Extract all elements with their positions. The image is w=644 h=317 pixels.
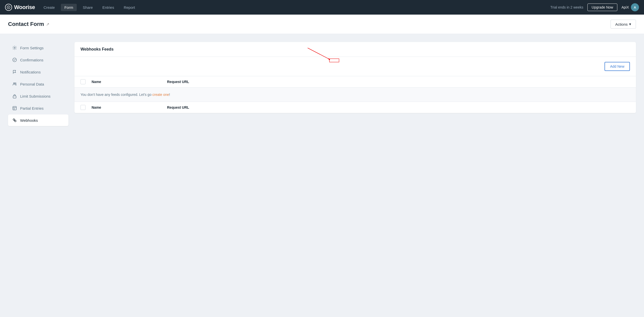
flag-icon	[12, 69, 17, 74]
empty-message-after: !	[169, 93, 170, 97]
page-title-area: Contact Form ↗	[8, 21, 49, 27]
sidebar-item-personal-data[interactable]: Personal Data	[8, 78, 68, 90]
page-header: Contact Form ↗ Actions ▾	[0, 15, 644, 34]
check-circle-icon	[12, 57, 17, 62]
sidebar-item-webhooks-label: Webhooks	[20, 118, 38, 123]
external-link-icon[interactable]: ↗	[46, 22, 49, 27]
main-content: Form Settings Confirmations Notific	[0, 34, 644, 135]
table-header-bottom: Name Request URL	[74, 102, 636, 113]
add-new-button[interactable]: Add New	[605, 62, 630, 71]
logo[interactable]: Woorise	[5, 4, 35, 11]
sidebar-item-partial-entries-label: Partial Entries	[20, 106, 44, 110]
webhook-icon	[12, 118, 17, 123]
nav-entries[interactable]: Entries	[99, 4, 118, 11]
svg-point-1	[14, 47, 15, 49]
svg-point-3	[14, 83, 15, 84]
select-all-checkbox-top[interactable]	[80, 79, 86, 84]
sidebar-item-confirmations[interactable]: Confirmations	[8, 54, 68, 66]
sidebar-item-form-settings[interactable]: Form Settings	[8, 42, 68, 54]
top-nav: Woorise Create Form Share Entries Report…	[0, 0, 644, 15]
actions-label: Actions	[615, 22, 628, 26]
svg-point-4	[15, 83, 16, 84]
gear-icon	[12, 45, 17, 50]
user-area[interactable]: ApiX A	[621, 3, 639, 11]
sidebar-item-notifications-label: Notifications	[20, 70, 41, 74]
svg-rect-6	[13, 106, 16, 110]
sidebar-item-form-settings-label: Form Settings	[20, 46, 44, 50]
sidebar-item-webhooks[interactable]: Webhooks	[8, 114, 68, 126]
nav-form[interactable]: Form	[61, 4, 77, 11]
sidebar-item-notifications[interactable]: Notifications	[8, 66, 68, 78]
logo-icon	[5, 4, 12, 11]
svg-rect-5	[13, 96, 16, 98]
nav-right: Trial ends in 2 weeks Upgrade Now ApiX A	[550, 3, 639, 11]
sidebar-item-limit-submissions-label: Limit Submissions	[20, 94, 51, 98]
user-name: ApiX	[621, 5, 629, 9]
sidebar-item-personal-data-label: Personal Data	[20, 82, 44, 86]
sidebar: Form Settings Confirmations Notific	[8, 42, 68, 127]
add-new-row: Add New	[74, 57, 636, 76]
sidebar-item-confirmations-label: Confirmations	[20, 58, 44, 62]
sidebar-item-limit-submissions[interactable]: Limit Submissions	[8, 90, 68, 102]
col-url-header-top: Request URL	[167, 80, 630, 84]
empty-message-before: You don't have any feeds configured. Let…	[80, 93, 152, 97]
sidebar-item-partial-entries[interactable]: Partial Entries	[8, 102, 68, 114]
content-section-title: Webhooks Feeds	[74, 42, 636, 57]
table-icon	[12, 106, 17, 111]
nav-share[interactable]: Share	[79, 4, 96, 11]
empty-state-row: You don't have any feeds configured. Let…	[74, 88, 636, 102]
main-wrapper: Form Settings Confirmations Notific	[0, 34, 644, 135]
col-name-header-bottom: Name	[92, 105, 167, 109]
actions-chevron-icon: ▾	[629, 22, 631, 26]
col-name-header-top: Name	[92, 80, 167, 84]
actions-button[interactable]: Actions ▾	[611, 20, 636, 29]
select-all-checkbox-bottom[interactable]	[80, 105, 86, 110]
content-area: Webhooks Feeds Add New Name Request URL …	[74, 42, 636, 113]
trial-text: Trial ends in 2 weeks	[550, 5, 583, 9]
upgrade-button[interactable]: Upgrade Now	[587, 4, 618, 11]
col-url-header-bottom: Request URL	[167, 105, 630, 109]
nav-report[interactable]: Report	[120, 4, 139, 11]
page-title: Contact Form	[8, 21, 44, 27]
lock-icon	[12, 94, 17, 99]
table-header-top: Name Request URL	[74, 76, 636, 88]
logo-text: Woorise	[14, 4, 35, 11]
nav-create[interactable]: Create	[40, 4, 58, 11]
avatar: A	[631, 3, 639, 11]
create-one-link[interactable]: create one	[152, 93, 169, 97]
people-icon	[12, 82, 17, 87]
